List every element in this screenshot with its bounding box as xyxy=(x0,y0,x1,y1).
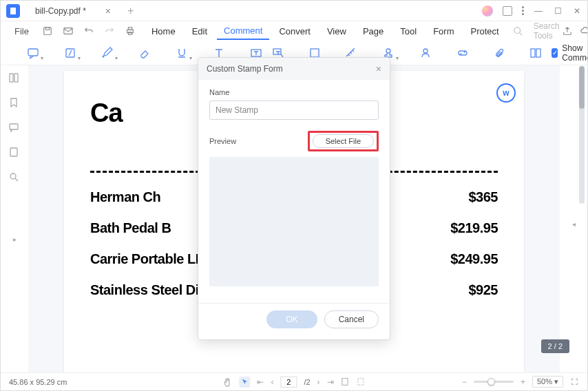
name-label: Name xyxy=(209,88,379,96)
app-icon xyxy=(6,4,20,18)
next-page-icon[interactable]: › xyxy=(317,377,320,387)
scrollbar-thumb[interactable] xyxy=(579,66,585,109)
cloud-icon[interactable] xyxy=(580,26,588,36)
bookmark-icon[interactable] xyxy=(8,97,21,109)
ai-orb-icon[interactable] xyxy=(482,6,493,17)
tab-title: bill-Copy.pdf * xyxy=(35,6,86,16)
select-file-highlight: Select File xyxy=(308,131,379,151)
svg-point-21 xyxy=(10,173,16,179)
svg-rect-22 xyxy=(342,379,348,385)
underline-tool[interactable]: ▾ xyxy=(176,45,188,61)
svg-rect-3 xyxy=(64,28,72,34)
prev-page-icon[interactable]: ‹ xyxy=(271,377,273,387)
show-comment-label: Show Comment xyxy=(562,43,588,63)
page-indicator-badge: 2 / 2 xyxy=(541,339,569,353)
cancel-button[interactable]: Cancel xyxy=(324,310,379,328)
svg-rect-16 xyxy=(536,49,540,57)
fit-page-icon[interactable] xyxy=(341,377,350,386)
redo-icon[interactable] xyxy=(101,23,118,39)
panel-icon[interactable] xyxy=(503,6,512,16)
first-page-icon[interactable]: ⇤ xyxy=(257,377,264,387)
select-file-button[interactable]: Select File xyxy=(313,134,374,148)
zoom-slider[interactable] xyxy=(474,381,514,383)
svg-rect-15 xyxy=(531,49,535,57)
stamp-name-input[interactable] xyxy=(209,101,379,120)
expand-left-icon[interactable]: ▸ xyxy=(13,235,17,243)
page-total: /2 xyxy=(304,378,310,386)
svg-rect-2 xyxy=(45,28,49,30)
zoom-select[interactable]: 50% ▾ xyxy=(532,376,563,388)
new-tab-button[interactable]: + xyxy=(127,5,134,17)
comment-panel-icon[interactable] xyxy=(8,122,21,134)
svg-rect-19 xyxy=(10,124,18,129)
preview-box xyxy=(209,157,379,286)
svg-rect-12 xyxy=(311,49,319,57)
tab-close-icon[interactable]: × xyxy=(105,6,111,17)
maximize-button[interactable]: ☐ xyxy=(553,6,563,16)
svg-rect-1 xyxy=(44,28,52,35)
eraser-tool[interactable] xyxy=(138,45,151,61)
search-icon[interactable] xyxy=(509,23,527,39)
svg-rect-0 xyxy=(10,8,16,14)
highlight-tool[interactable]: ▾ xyxy=(64,45,76,61)
compare-tool[interactable] xyxy=(529,45,542,61)
search-tools-input[interactable]: Search Tools xyxy=(534,21,560,41)
thumbnails-icon[interactable] xyxy=(8,72,21,85)
menu-page[interactable]: Page xyxy=(356,23,390,39)
svg-rect-5 xyxy=(128,28,132,30)
dialog-title: Custom Stamp Form xyxy=(207,64,283,74)
menubar: File Home Edit Comment Convert View Page… xyxy=(1,21,587,41)
pencil-tool[interactable]: ▾ xyxy=(101,45,114,61)
select-tool-icon[interactable] xyxy=(239,377,250,388)
minimize-button[interactable]: — xyxy=(534,6,543,16)
menu-comment[interactable]: Comment xyxy=(217,23,269,40)
vertical-scrollbar[interactable] xyxy=(579,66,585,204)
mail-icon[interactable] xyxy=(59,23,77,39)
page-number-input[interactable] xyxy=(280,377,297,388)
fullscreen-icon[interactable] xyxy=(570,377,579,386)
expand-right-icon[interactable]: ◂ xyxy=(572,220,576,228)
share-icon[interactable] xyxy=(563,26,572,36)
zoom-out-icon[interactable]: − xyxy=(462,377,467,387)
menu-tool[interactable]: Tool xyxy=(393,23,423,39)
print-icon[interactable] xyxy=(121,23,139,39)
zoom-in-icon[interactable]: + xyxy=(521,377,525,387)
file-tab[interactable]: bill-Copy.pdf * × xyxy=(27,1,119,21)
fit-width-icon[interactable] xyxy=(357,377,366,386)
statusbar: 45.86 x 95.29 cm ⇤ ‹ /2 › ⇥ − + 50% ▾ xyxy=(1,372,587,390)
checkbox-icon: ✓ xyxy=(552,48,558,58)
svg-point-13 xyxy=(386,49,390,53)
close-button[interactable]: ✕ xyxy=(572,6,582,16)
word-badge-icon[interactable]: w xyxy=(496,83,516,103)
hand-tool-icon[interactable] xyxy=(222,377,232,387)
menu-edit[interactable]: Edit xyxy=(185,23,214,39)
attachments-panel-icon[interactable] xyxy=(8,147,21,159)
menu-home[interactable]: Home xyxy=(145,23,182,39)
signature-tool[interactable] xyxy=(419,45,432,61)
last-page-icon[interactable]: ⇥ xyxy=(327,377,334,387)
more-icon[interactable] xyxy=(522,6,524,15)
cursor-coords: 45.86 x 95.29 cm xyxy=(9,378,67,386)
left-sidebar: ▸ xyxy=(1,65,28,374)
link-tool[interactable] xyxy=(456,45,469,61)
search-panel-icon[interactable] xyxy=(8,171,21,184)
file-menu[interactable]: File xyxy=(8,23,36,39)
preview-label: Preview xyxy=(209,137,236,145)
svg-rect-8 xyxy=(28,49,38,56)
svg-rect-18 xyxy=(14,74,18,82)
menu-form[interactable]: Form xyxy=(426,23,461,39)
svg-rect-20 xyxy=(10,148,17,156)
note-tool[interactable]: ▾ xyxy=(27,45,39,61)
menu-convert[interactable]: Convert xyxy=(272,23,317,39)
dialog-close-icon[interactable]: × xyxy=(376,63,381,74)
menu-protect[interactable]: Protect xyxy=(463,23,505,39)
undo-icon[interactable] xyxy=(80,23,98,39)
show-comment-toggle[interactable]: ✓ Show Comment xyxy=(552,43,588,63)
svg-rect-23 xyxy=(358,379,364,385)
zoom-thumb[interactable] xyxy=(487,378,495,385)
svg-rect-6 xyxy=(128,32,132,35)
attachment-tool[interactable] xyxy=(494,45,505,61)
ok-button[interactable]: OK xyxy=(266,310,317,328)
menu-view[interactable]: View xyxy=(320,23,353,39)
save-icon[interactable] xyxy=(39,23,56,39)
